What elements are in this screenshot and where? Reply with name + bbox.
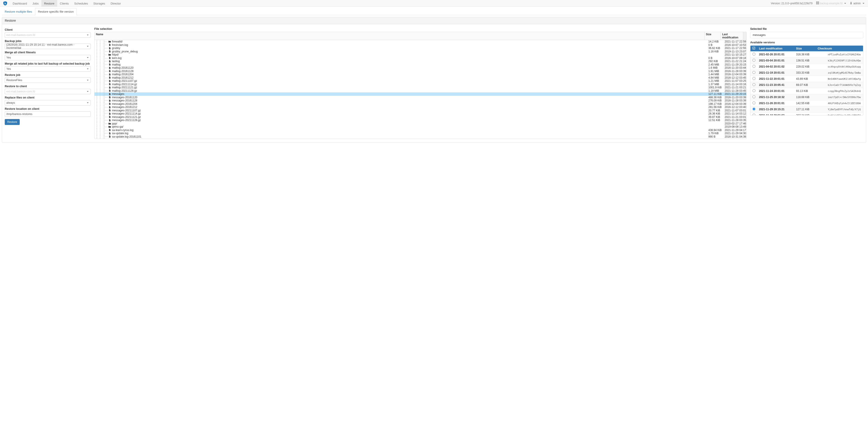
file-name: httpd/	[112, 53, 119, 56]
col-checksum[interactable]: Checksum	[816, 46, 863, 52]
version-size: 142.55 KiB	[794, 100, 816, 106]
tab-restore-multiple-files[interactable]: Restore multiple files	[2, 8, 35, 15]
file-row[interactable]: messages-20211114.gz28.36 KiB2021-11-14 …	[94, 112, 746, 115]
version-radio[interactable]	[752, 83, 755, 86]
version-row[interactable]: 2021-11-23 20:05:4169.07 KiBbJo+CwUr7lkk…	[750, 82, 863, 88]
version-row[interactable]: 2021-11-22 20:01:0143.89 KiBNnS46KfaaeUK…	[750, 76, 863, 82]
file-row[interactable]: messages-20211121.gz39.87 KiB2021-11-21 …	[94, 115, 746, 119]
col-size[interactable]: Size	[704, 32, 721, 40]
version-radio[interactable]	[752, 114, 755, 115]
version-radio[interactable]	[752, 65, 755, 68]
file-row[interactable]: lastlog292 KiB2021-11-22 21:24:08	[94, 60, 746, 63]
file-row[interactable]: maillog-201612041.44 MiB2016-12-04 03:39…	[94, 73, 746, 76]
file-row[interactable]: maillog-201611281.91 MiB2016-11-28 03:39…	[94, 70, 746, 73]
backup-jobs-select[interactable]: (282918) 2021-11-29 20:14:11 - ext-mail.…	[5, 44, 91, 49]
file-row[interactable]: messages-20161128276.09 KiB2016-11-28 03…	[94, 99, 746, 102]
file-size: 1.92 KiB	[708, 138, 724, 139]
file-row[interactable]: messages-20211107.gz20.77 KiB2021-11-07 …	[94, 109, 746, 112]
restore-job-select[interactable]: RestoreFiles	[5, 77, 91, 83]
version-radio[interactable]	[752, 107, 755, 110]
file-name: maillog-20211128.gz	[112, 89, 137, 92]
nav-restore[interactable]: Restore	[41, 0, 57, 7]
file-row[interactable]: ppp/2020-02-27 17:46:55	[94, 122, 746, 125]
file-row[interactable]: maillog-20211128.gz1.18 MiB2021-11-28 03…	[94, 89, 746, 93]
file-row[interactable]: messages127.11 KiB2021-11-29 20:15:21	[94, 92, 746, 96]
select-all-header[interactable]	[750, 46, 757, 52]
file-row[interactable]: maillog-20211107.gz1.21 MiB2021-11-07 03…	[94, 79, 746, 83]
version-row[interactable]: 2021-04-02 20:01:02229.02 KiBoc4hgvyDtAh…	[750, 64, 863, 70]
file-row[interactable]: sa-update.log1.79 KiB2021-11-29 04:30:47	[94, 132, 746, 135]
nav-jobs[interactable]: Jobs	[30, 0, 41, 7]
nav-clients[interactable]: Clients	[57, 0, 72, 7]
file-row[interactable]: grubby_prune_debug1.16 KiB2019-11-13 23:…	[94, 50, 746, 53]
version-radio[interactable]	[752, 71, 755, 74]
file-row[interactable]: freshclam.log0 B2016-10-07 10:53:51	[94, 43, 746, 47]
nav-schedules[interactable]: Schedules	[71, 0, 91, 7]
host-dropdown[interactable]: backup.example.fd	[814, 2, 848, 5]
restore-form: Client ext-mail.bareos-com.fd Backup job…	[5, 27, 91, 125]
file-row[interactable]: maillog2.45 MiB2021-11-29 20:15:21	[94, 63, 746, 66]
file-modified: 2021-11-07 03:01:01	[724, 109, 746, 112]
version-radio[interactable]	[752, 101, 755, 104]
version-row[interactable]: 2021-03-04 20:01:01138.51 KiBk3bjF2J039F…	[750, 58, 863, 64]
file-row[interactable]: maillog-20211114.gz1.37 MiB2021-11-14 03…	[94, 83, 746, 86]
tab-restore-specific-file-version[interactable]: Restore specific file version	[35, 8, 76, 15]
file-row[interactable]: qemu-ga/2019-08-08 13:49:53	[94, 125, 746, 129]
version-radio[interactable]	[752, 53, 755, 56]
file-modified: 2016-10-31 04:38:05	[724, 135, 746, 138]
version-radio[interactable]	[752, 59, 755, 62]
location-input[interactable]	[5, 111, 91, 117]
file-row[interactable]: messages-20161212281.56 KiB2016-12-12 03…	[94, 105, 746, 109]
version-row[interactable]: 2021-11-24 20:01:0193.13 KiBczqgJBngFHsZ…	[750, 88, 863, 94]
version-radio[interactable]	[752, 77, 755, 80]
merge-jobs-select[interactable]: Yes	[5, 66, 91, 72]
version-size: 316.38 KiB	[794, 52, 816, 58]
replace-select[interactable]: always	[5, 100, 91, 105]
nav-dashboard[interactable]: Dashboard	[10, 0, 30, 7]
file-row[interactable]: firewalld/14.2 KiB2021-11-17 22:59:45	[94, 40, 746, 43]
file-row[interactable]: kern.log0 B2016-10-07 09:18:42	[94, 57, 746, 60]
file-row[interactable]: messages-20161204198.17 KiB2016-12-04 03…	[94, 102, 746, 106]
file-row[interactable]: maillog-201612124.84 MiB2016-12-12 03:45…	[94, 76, 746, 79]
file-row[interactable]: maillog-20211121.gz1001.9 KiB2021-11-21 …	[94, 86, 746, 89]
version-radio[interactable]	[752, 95, 755, 98]
version-row[interactable]: 2021-11-19 20:01:01333.33 KiBzqlUKoHjgM1…	[750, 70, 863, 76]
col-version-size[interactable]: Size	[794, 46, 816, 52]
file-row[interactable]: sa-update.log-20161101990 B2016-10-31 04…	[94, 135, 746, 138]
file-row[interactable]: messages-20161120488.36 KiB2016-11-20 03…	[94, 96, 746, 99]
version-row[interactable]: 2021-11-25 20:18:32118.68 KiBimzt7pOl+r3…	[750, 94, 863, 100]
nav-director[interactable]: Director	[108, 0, 124, 7]
col-modification[interactable]: Last modification	[721, 32, 743, 40]
file-size: 488.36 KiB	[708, 96, 724, 99]
file-row[interactable]: httpd/2021-11-10 15:27:03	[94, 53, 746, 57]
user-dropdown[interactable]: admin	[848, 2, 866, 5]
version-row[interactable]: 2021-11-29 20:15:21127.11 KiBYj8m7pdDYF/…	[750, 106, 863, 112]
file-tree[interactable]: firewalld/14.2 KiB2021-11-17 22:59:45fre…	[94, 40, 746, 139]
file-size: 1.79 KiB	[708, 132, 724, 135]
col-last-modification[interactable]: Last modification	[757, 46, 794, 52]
file-name: maillog-20211107.gz	[112, 79, 137, 82]
file-row[interactable]: maillog-201611201.6 MiB2016-11-20 03:44:…	[94, 66, 746, 70]
file-row[interactable]: messages-20211128.gz12.51 KiB2021-11-28 …	[94, 119, 746, 122]
restore-to-select[interactable]: ext-mail.bareos-com.fd	[5, 89, 91, 94]
version-radio[interactable]	[752, 89, 755, 92]
file-row[interactable]: sa-update.log-201612011.92 KiB2016-11-30…	[94, 138, 746, 139]
merge-filesets-select[interactable]: Yes	[5, 55, 91, 60]
nav-storages[interactable]: Storages	[91, 0, 108, 7]
client-select[interactable]: ext-mail.bareos-com.fd	[5, 32, 91, 38]
restore-button[interactable]: Restore	[5, 119, 20, 125]
version-row[interactable]: 2021-11-18 20:01:02307.34 KiB0rfSjkQEHzv…	[750, 112, 863, 116]
version-row[interactable]: 2021-11-26 20:01:01142.55 KiB4HiFtKEqfyh…	[750, 100, 863, 106]
selected-file-label: Selected file	[750, 27, 863, 31]
file-modified: 2016-12-12 03:40:54	[724, 105, 746, 109]
file-name: maillog-20161128	[112, 70, 133, 73]
file-name: maillog-20161120	[112, 66, 133, 69]
version-row[interactable]: 2021-02-26 20:01:01316.38 KiBnPTjudPuIyh…	[750, 52, 863, 58]
file-modified: 2021-11-29 20:15:21	[724, 63, 746, 66]
file-row[interactable]: sa-learn-cyrus.log438.94 KiB2021-11-29 0…	[94, 129, 746, 132]
file-row[interactable]: grubby36.62 KiB2021-11-17 22:55:43	[94, 46, 746, 50]
file-icon	[108, 86, 111, 89]
col-name[interactable]: Name	[94, 32, 704, 40]
brand-logo[interactable]: b	[2, 0, 8, 7]
file-name: qemu-ga/	[112, 125, 123, 128]
